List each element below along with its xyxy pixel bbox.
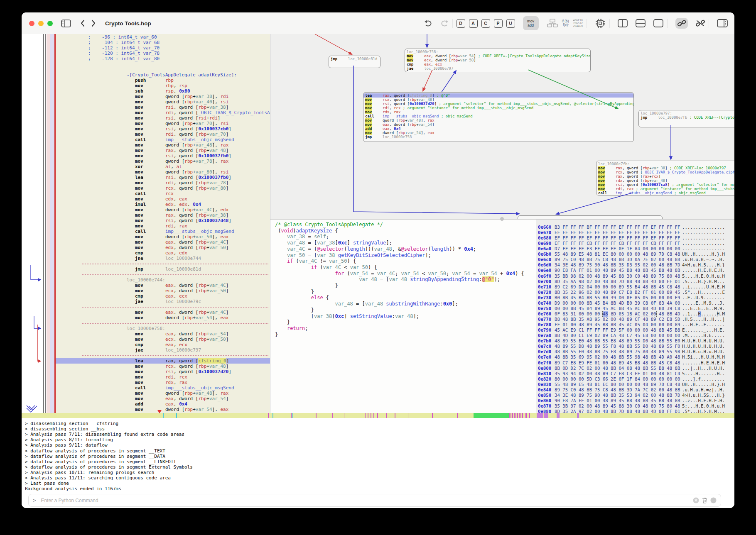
hex-row[interactable]: 0e6a0D7 FF FF FF E3 FF FF FF 0F 1F 84 00… [536,246,734,252]
graph-node-row[interactable]: movrdi, rcx ; argument "instance" for me… [363,106,633,110]
graph-node-loc-e7fb[interactable]: loc_10000e7fb:movrax, qword [rbp+var_38]… [596,161,734,195]
hex-row[interactable]: 0e7c048 89 55 D8 48 89 55 F8 48 8B 55 D0… [536,344,734,349]
hex-row[interactable]: 0e6d034 3E 48 89 75 90 48 8B 35 D3 95 02… [536,262,734,268]
asm-line[interactable]: movrsi, qword [0x100037d48] [22,218,270,223]
asm-line[interactable]: ; -112 : int64_t var_70 [22,45,270,51]
data-type-code-button[interactable]: C [481,19,490,28]
graph-node-row[interactable]: movrax, qword [rbp+var_38] ; CODE XREF=l… [596,166,734,170]
asm-line[interactable]: subrsp, 0x80 [22,88,270,94]
asm-line[interactable]: movqword [rbp+var_48], rax [22,142,270,148]
asm-line[interactable]: movdword [rbp+var_54], eax [22,315,270,320]
asm-line[interactable]: movqword [rbp+var_70], rsi [22,121,270,126]
graph-node-row[interactable]: movecx, dword [rbp+var_50] [405,58,590,62]
data-type-procedure-button[interactable]: P [494,19,503,28]
hex-row[interactable]: 0e7e048 8B 35 69 95 02 00 48 8B 55 98 48… [536,354,734,360]
data-type-ascii-button[interactable]: A [469,19,478,28]
split-vertical-icon[interactable] [618,19,628,27]
graph-node-row[interactable]: movrcx, qword [rbp+var_48] [363,98,633,102]
pseudocode-view-icon[interactable]: if (b) f(x): [562,20,569,27]
asm-line[interactable]: -[Crypto_ToolsAppDelegate adaptKeySize]: [22,72,270,78]
asm-line[interactable]: movrsi, qword [0x100037fb0] [22,153,270,159]
data-type-byte-button[interactable]: D [457,19,465,28]
redo-button[interactable] [440,20,449,27]
graph-node-row[interactable]: movrsi, qword [0x100037ca8] ; argument "… [596,183,734,187]
asm-line[interactable]: movecx, dword [rbp+var_50] [22,337,270,342]
assembly-view-button[interactable]: mov add [523,16,539,30]
navigation-minimap[interactable] [22,413,734,418]
asm-line[interactable]: movrdi, qword [rbp+var_70] [22,132,270,137]
split-horizontal-icon[interactable] [636,19,646,27]
close-button[interactable] [29,21,34,26]
asm-line[interactable]: moveax, dword [rbp+var_54] [22,331,270,337]
graph-node-block-lea[interactable]: learax, qword [cfstring_0] ; @"0"movrcx,… [363,92,634,142]
clear-console-icon[interactable] [693,497,699,503]
asm-line[interactable]: movecx, dword [rbp+var_50] [22,288,270,293]
asm-line[interactable]: movedx, dword [rbp+var_50] [22,245,270,250]
hex-row[interactable]: 0e660B3 FF FF FF BF FF FF FF EF FF FF FF… [536,225,734,230]
asm-line[interactable]: movedx, eax [22,196,270,202]
asm-line[interactable]: pushrbp [22,78,270,83]
hex-row[interactable]: 0e6b055 48 89 E5 48 81 EC 80 00 00 00 48… [536,252,734,257]
asm-line[interactable]: movrdx, rax [22,380,270,385]
graph-node-loc-e797[interactable]: loc_10000e797:jmploc_10000e7fb ; CODE XR… [638,110,734,127]
back-button[interactable] [80,20,85,27]
hex-row[interactable]: 0e79045 AC E9 C1 FF FF FF E9 5F 00 00 00… [536,327,734,333]
asm-line[interactable]: loc_10000e758: [22,326,270,331]
asm-line[interactable]: jaeloc_10000e79c [22,299,270,304]
hex-row[interactable]: 0e85034 3E 48 89 75 90 48 8B 35 53 94 02… [536,393,734,398]
hex-row[interactable]: 0e7d048 8B 55 F0 48 8B 75 F8 48 89 75 A0… [536,349,734,354]
graph-node-row[interactable]: jmploc_10000e81d [329,57,380,61]
graph-node-row[interactable]: cmpeax, ecx [405,62,590,66]
asm-line-selected[interactable]: learax, qword [cfstring_0] [22,358,270,364]
asm-line[interactable]: ; -128 : int64_t var_80 [22,56,270,61]
hex-row[interactable]: 0e6c089 75 C0 48 8B 75 C8 48 8B 3D 0A 7E… [536,257,734,262]
asm-line[interactable]: movrax, qword [rbp+var_38] [22,213,270,218]
hex-row[interactable]: 0e670EF FF FF FF EF FF FF FF EF FF FF FF… [536,230,734,235]
asm-line[interactable]: movrcx, qword [rbp+var_80] [22,186,270,191]
graph-node-row[interactable]: learax, qword [cfstring_0] ; @"0" [363,93,633,98]
sidebar-toggle-icon[interactable] [61,20,71,27]
asm-line[interactable]: movrdi, qword [_OBJC_IVAR_$_Crypto_Tools… [22,110,270,115]
graph-node-block-bottom[interactable] [518,215,663,219]
hex-view-icon[interactable]: 486F70 706572 204469 [573,19,583,28]
hex-row[interactable]: 0e780FF 01 00 48 89 45 B8 8B 45 AC 05 04… [536,322,734,327]
hex-row[interactable]: 0e730B0 8B 45 B4 8B 55 B0 39 D0 0F 85 05… [536,295,734,300]
asm-line[interactable]: moveax, dword [rbp+var_4C] [22,310,270,315]
asm-line[interactable]: xoral, al [22,164,270,169]
graph-node-loc-e758[interactable]: loc_10000e758:moveax, dword [rbp+var_54]… [405,49,591,72]
hex-row-selected[interactable]: 0e7600F 83 31 00 00 00 48 8D 05 1B AC 02… [536,311,734,317]
asm-line[interactable]: movrdi, qword [rbp+var_78] [22,180,270,186]
pane-splitter-handle[interactable] [500,217,504,221]
asm-line[interactable]: jaeloc_10000e797 [22,347,270,353]
asm-line[interactable]: ; -120 : int64_t var_78 [22,51,270,56]
graph-node-row[interactable]: callimp___stubs__objc_msgSend ; objc_msg… [363,114,633,118]
forward-button[interactable] [91,20,96,27]
trash-icon[interactable] [702,497,707,503]
cpu-icon[interactable] [595,18,606,29]
asm-line[interactable]: movrax, qword [rbp+var_48] [22,148,270,153]
right-sidebar-toggle-icon[interactable] [717,19,728,27]
zoom-button[interactable] [47,21,53,26]
cfg-graph-pane[interactable]: jmploc_10000e81dloc_10000e758:moveax, dw… [270,34,734,219]
graph-node-row[interactable]: moveax, dword [rbp+var_54] ; CODE XREF=-… [405,54,590,58]
graph-node-row[interactable]: movqword [rbp+var_48], rax [363,118,633,122]
hex-row[interactable]: 0e690EF FF FF FF CB FF FF FF CB FF FF FF… [536,241,734,246]
asm-line[interactable]: movdword [rbp+var_4C], edx [22,207,270,213]
hex-row[interactable]: 0e740D9 00 00 00 8B 45 B4 8B 4D B0 39 C8… [536,300,734,306]
asm-line[interactable]: movrsi, qword [0x100037d20] [22,369,270,374]
data-type-undefined-button[interactable]: U [506,19,515,28]
asm-line[interactable]: movqword [rbp+var_80], rsi [22,169,270,175]
hex-row[interactable]: 0e81035 93 94 02 00 48 89 C7 E8 C3 FE 01… [536,371,734,376]
asm-line[interactable]: callimp___stubs__objc_msgSend [22,385,270,391]
graph-node-row[interactable]: movrdi, rax ; argument "instance" for me… [596,187,734,191]
graph-node-jmp-e81d[interactable]: jmploc_10000e81d [329,56,380,68]
asm-line[interactable]: movqword [rbp+var_78], rax [22,159,270,164]
hex-row[interactable]: 0e87035 3B 97 02 00 48 89 45 88 30 C0 48… [536,403,734,409]
asm-line[interactable]: jneloc_10000e744 [22,256,270,261]
asm-line[interactable]: movrcx, qword [rbp+var_48] [22,364,270,369]
minimize-button[interactable] [38,21,44,26]
undo-button[interactable] [424,20,432,27]
graph-node-row[interactable]: movrcx, qword [_OBJC_IVAR_$_Crypto_Tools… [596,170,734,174]
graph-node-row[interactable]: movrax, qword [rax+rcx] [596,174,734,178]
single-pane-icon[interactable] [653,19,663,27]
